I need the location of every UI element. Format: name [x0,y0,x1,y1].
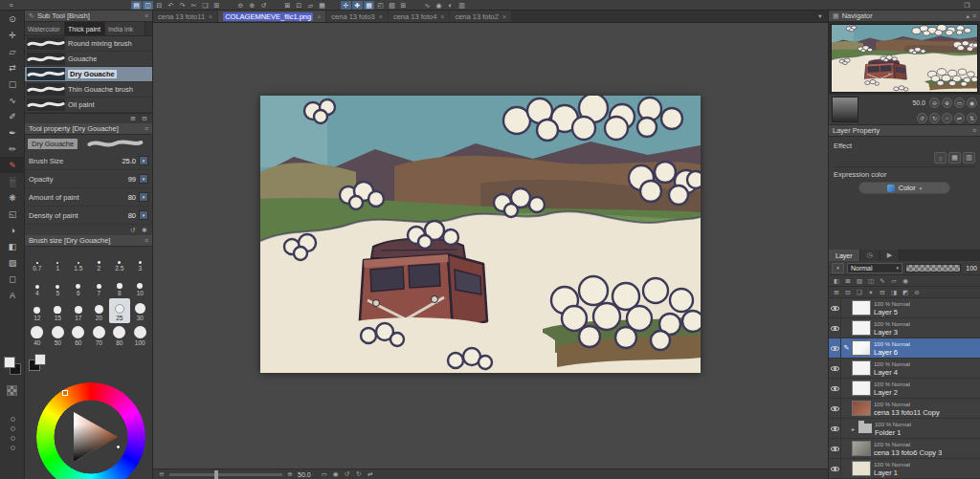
layer-visibility-toggle[interactable] [829,318,841,337]
rotate-right-icon[interactable]: ↻ [929,113,940,123]
flip-horizontal-icon[interactable]: ⇄ [366,470,375,479]
auto-select-tool[interactable]: ∿ [0,92,25,108]
rotate-left-icon[interactable]: ↺ [917,113,927,123]
snap-to-ruler-icon[interactable]: ✛ [341,1,351,10]
move-canvas-tool[interactable]: ✛ [0,27,25,43]
brush-size-80[interactable]: 80 [109,323,130,348]
workspace-icon[interactable]: ❐ [962,1,972,10]
delete-subtool-icon[interactable]: ⊟ [140,115,149,123]
brush-size-70[interactable]: 70 [89,323,110,348]
layer-filter-dropdown[interactable]: ▾ [832,263,844,273]
brush-size-4[interactable]: 4 [27,273,48,298]
saturation-value-triangle[interactable] [60,406,122,468]
close-tab-icon[interactable]: × [379,13,383,20]
flip-vertical-icon[interactable]: ⇅ [967,113,977,123]
blend-mode-dropdown[interactable]: Normal ▾ [847,263,902,273]
brush-item-thin-gouache-brush[interactable]: Thin Gouache brush [25,82,152,98]
layer-visibility-toggle[interactable] [829,439,841,458]
canvas-document[interactable] [260,96,701,373]
mesh-transform-icon[interactable]: ▧ [387,1,397,10]
brush-item-round-mixing-brush[interactable]: Round mixing brush [25,36,152,52]
close-tab-icon[interactable]: × [502,13,506,20]
zoom-slider-handle[interactable] [214,470,218,479]
layer-row-folder-1[interactable]: ▸100 % NormalFolder 1 [829,419,980,439]
tab-list-icon[interactable]: ▾ [815,12,825,21]
layer-opacity-slider[interactable] [905,264,961,272]
subtool-tab-india-ink[interactable]: India ink [105,22,145,35]
grid-icon[interactable]: ▦ [317,1,327,10]
stabilization-icon[interactable]: ∿ [422,1,433,10]
brush-size-12[interactable]: 12 [27,298,48,323]
ruler-icon[interactable]: ▱ [305,1,316,10]
set-as-draft-icon[interactable]: ✎ [878,276,887,285]
close-tab-icon[interactable]: × [440,13,444,20]
actual-size-icon[interactable]: ◉ [967,98,977,108]
brush-size-1[interactable]: 1 [48,249,69,273]
move-layer-tool[interactable]: ⇄ [0,59,25,76]
transparent-color-swatch[interactable] [7,385,17,396]
fit-to-window-icon[interactable]: ▭ [954,98,965,108]
zoom-out-icon[interactable]: ⊖ [157,470,167,479]
layer-row-cena-13-foto6-copy-3[interactable]: 100 % Normalcena 13 foto6 Copy 3 [829,439,980,459]
airbrush-tool[interactable]: ░ [0,173,25,189]
brush-size-40[interactable]: 40 [27,323,48,348]
brush-size-60[interactable]: 60 [68,323,89,348]
history-tab[interactable]: ◷ [860,250,880,261]
lock-transparent-pixels-icon[interactable]: ▨ [855,276,864,285]
text-tool[interactable]: A [0,287,25,303]
navigator-overview-thumbnail[interactable] [832,97,858,122]
brush-size-17[interactable]: 17 [68,298,89,323]
layer-row-cena-13-foto11-copy[interactable]: 100 % Normalcena 13 foto11 Copy [829,399,980,419]
param-stepper[interactable]: ▾ [139,156,148,165]
invert-selection-icon[interactable]: ⊡ [294,1,304,10]
open-file-icon[interactable]: ◫ [143,1,153,10]
document-tab-cena-13-foto3[interactable]: cena 13 foto3× [326,11,388,22]
brush-item-gouache[interactable]: Gouache [25,52,152,67]
merge-down-icon[interactable]: ⊟ [878,288,887,296]
new-canvas-icon[interactable]: ▤ [131,1,142,10]
new-vector-layer-icon[interactable]: ⊡ [843,288,853,296]
foreground-color-swatch[interactable] [4,357,15,368]
fit-to-screen-icon[interactable]: ▭ [320,470,329,479]
brush-size-20[interactable]: 20 [89,298,110,323]
paste-icon[interactable]: ⊞ [212,1,222,10]
layer-visibility-toggle[interactable] [829,359,841,378]
brush-size-30[interactable]: 30 [130,298,151,323]
layer-color-effect-icon[interactable]: ▥ [963,152,975,163]
material-palette-icon[interactable]: ▥ [457,1,467,10]
zoom-out-icon[interactable]: ⊖ [929,98,940,108]
ruler-icon-icon[interactable]: ▱ [889,276,899,285]
redo-icon[interactable]: ↷ [177,1,188,10]
rotate-left-icon[interactable]: ↺ [343,470,352,479]
new-raster-layer-icon[interactable]: ⊞ [832,288,841,296]
layer-visibility-toggle[interactable] [829,298,841,317]
brush-size-8[interactable]: 8 [109,273,130,298]
blend-tool[interactable]: ◑ [0,222,25,238]
layer-row-layer-3[interactable]: 100 % NormalLayer 3 [829,318,980,338]
panel-menu-icon[interactable]: ≡ [145,125,148,132]
zoom-out-icon[interactable]: ⊖ [235,1,246,10]
brush-size-1-5[interactable]: 1.5 [68,249,89,273]
select-layer-icon[interactable]: ⊞ [398,1,409,10]
close-tab-icon[interactable]: × [209,13,212,20]
gradient-tool[interactable]: ▨ [0,254,25,271]
expression-color-dropdown[interactable]: Color ▾ [858,182,950,194]
brush-item-oil-paint[interactable]: Oil paint [25,98,152,113]
tone-effect-icon[interactable]: ▦ [948,152,961,163]
pencil-tool[interactable]: ✏ [0,141,25,157]
selection-tool[interactable]: ▢ [0,76,25,92]
reset-rotation-icon[interactable]: ⌂ [942,113,952,123]
reference-layer-icon[interactable]: ◉ [434,1,444,10]
brush-size-6[interactable]: 6 [68,273,89,298]
layer-row-layer-6[interactable]: ✎100 % NormalLayer 6 [829,338,980,359]
show-palette-settings-icon[interactable]: ✱ [140,226,149,234]
create-layer-mask-icon[interactable]: ◨ [889,288,899,296]
copy-icon[interactable]: ❏ [200,1,211,10]
deselect-icon[interactable]: ⊠ [282,1,293,10]
brush-size-50[interactable]: 50 [48,323,69,348]
layer-visibility-toggle[interactable] [829,379,841,398]
fill-tool[interactable]: ◧ [0,238,25,254]
close-tab-icon[interactable]: × [317,13,321,20]
brush-size-2-5[interactable]: 2.5 [109,249,130,273]
layer-tab[interactable]: Layer [829,250,860,261]
